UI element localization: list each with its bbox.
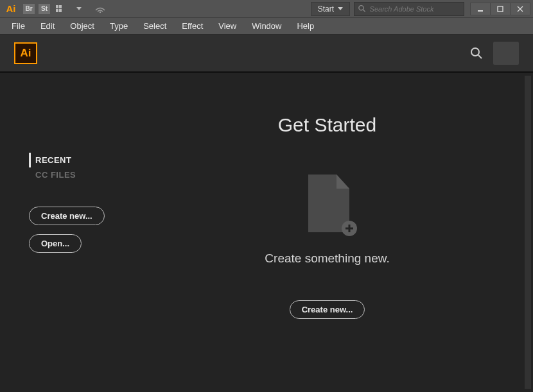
svg-rect-3 [59, 9, 62, 12]
close-button[interactable] [510, 3, 530, 15]
open-button[interactable]: Open... [29, 234, 82, 253]
start-panel: RECENT CC FILES Create new... Open... Ge… [3, 76, 523, 389]
svg-marker-4 [76, 7, 82, 10]
stock-icon[interactable]: St [39, 4, 50, 14]
page-title: Get Started [278, 114, 376, 136]
vertical-scrollbar[interactable] [525, 76, 531, 389]
create-new-button[interactable]: Create new... [29, 207, 105, 225]
search-icon [358, 4, 366, 13]
svg-point-7 [359, 6, 363, 10]
search-stock-field[interactable] [354, 2, 464, 16]
menu-view[interactable]: View [211, 20, 244, 32]
svg-marker-16 [336, 175, 349, 189]
menu-effect[interactable]: Effect [174, 20, 211, 32]
start-subtitle: Create something new. [265, 251, 389, 266]
menu-type[interactable]: Type [102, 20, 135, 32]
tab-recent[interactable]: RECENT [29, 153, 132, 167]
new-document-icon [304, 175, 351, 232]
chevron-down-icon [338, 7, 343, 10]
app-logo-small: Ai [4, 3, 18, 15]
header-bar: Ai [0, 35, 533, 72]
search-stock-input[interactable] [370, 5, 460, 13]
start-sidebar: RECENT CC FILES Create new... Open... [3, 76, 132, 389]
workspace-dropdown[interactable]: Start [311, 2, 350, 16]
menu-window[interactable]: Window [244, 20, 289, 32]
bridge-icon[interactable]: Br [23, 4, 35, 14]
create-new-button-main[interactable]: Create new... [290, 300, 365, 319]
svg-rect-10 [498, 6, 503, 12]
start-tabs: RECENT CC FILES [29, 153, 132, 182]
start-main: Get Started Create something new. Create… [132, 76, 523, 389]
menu-object[interactable]: Object [62, 20, 102, 32]
svg-line-8 [363, 10, 365, 12]
svg-rect-0 [56, 5, 58, 8]
maximize-button[interactable] [490, 3, 511, 15]
window-controls [471, 3, 530, 15]
svg-rect-1 [59, 5, 62, 8]
menu-bar: File Edit Object Type Select Effect View… [0, 18, 533, 35]
svg-rect-9 [478, 10, 483, 12]
svg-line-14 [478, 55, 482, 58]
app-logo: Ai [14, 42, 37, 64]
search-button[interactable] [467, 44, 485, 62]
menu-help[interactable]: Help [289, 20, 322, 32]
search-icon [470, 47, 483, 60]
menu-edit[interactable]: Edit [33, 20, 62, 32]
arrange-documents-icon[interactable] [54, 3, 68, 15]
svg-point-13 [471, 48, 479, 56]
wifi-icon[interactable] [93, 3, 107, 15]
minimize-button[interactable] [470, 3, 491, 15]
menu-file[interactable]: File [4, 20, 33, 32]
svg-marker-6 [338, 7, 343, 10]
svg-point-5 [100, 11, 101, 12]
workspace-label: Start [318, 4, 334, 13]
menu-select[interactable]: Select [135, 20, 174, 32]
chevron-down-icon[interactable] [72, 3, 86, 15]
account-button[interactable] [493, 42, 519, 65]
title-bar: Ai Br St Start [0, 0, 533, 18]
svg-rect-2 [56, 9, 58, 12]
tab-ccfiles[interactable]: CC FILES [29, 167, 132, 182]
workspace: RECENT CC FILES Create new... Open... Ge… [0, 72, 533, 392]
